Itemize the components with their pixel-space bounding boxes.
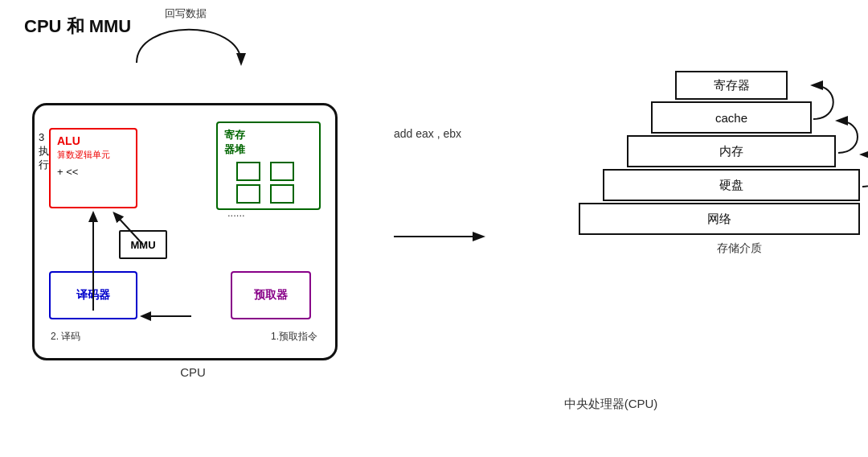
alu-ops: + <<	[57, 166, 78, 178]
tier-memory: 内存	[627, 135, 836, 167]
reg-dots: ......	[224, 207, 245, 219]
cpu-outer-box: 3 执 行 ALU 算数逻辑单元 + << 寄存 器堆 ......	[32, 103, 338, 360]
reg-cell-4	[270, 184, 294, 204]
svg-text:回写数据: 回写数据	[165, 7, 207, 19]
tier-network: 网络	[579, 203, 860, 235]
tier-cache: cache	[651, 101, 812, 134]
mmu-box: MMU	[119, 230, 167, 259]
memory-hierarchy: 寄存器 cache 内存	[530, 55, 868, 379]
reg-cell-2	[270, 162, 294, 181]
writeback-arrow: 回写数据	[32, 10, 338, 67]
prefetch-box: 预取器	[231, 271, 311, 319]
tier-disk: 硬盘	[603, 169, 860, 201]
tier-registers: 寄存器	[675, 71, 788, 100]
reg-cell-1	[236, 162, 260, 181]
cpu-diagram: 回写数据 3 执 行 ALU 算数逻辑单元 + << 寄存 器堆	[24, 55, 362, 379]
bottom-center-label: 中央处理器(CPU)	[354, 397, 868, 412]
reg-title2: 器堆	[224, 142, 245, 157]
register-box: 寄存 器堆 ......	[216, 121, 321, 210]
alu-box: ALU 算数逻辑单元 + <<	[49, 128, 137, 208]
alu-title: ALU	[57, 134, 80, 147]
mmu-label: MMU	[130, 239, 155, 251]
reg-title: 寄存	[224, 128, 245, 142]
decoder-step-label: 2. 译码	[51, 330, 80, 344]
alu-subtitle: 算数逻辑单元	[57, 149, 110, 161]
reg-grid	[236, 162, 301, 204]
storage-label: 存储介质	[579, 241, 868, 256]
decoder-box: 译码器	[49, 271, 137, 319]
instruction-label: add eax , ebx	[394, 127, 498, 140]
cpu-to-mem-arrow	[394, 228, 490, 245]
cpu-section-label: CPU	[24, 365, 362, 379]
reg-cell-3	[236, 184, 260, 204]
decoder-title: 译码器	[76, 288, 110, 303]
prefetch-title: 预取器	[254, 288, 288, 303]
step3-label: 3 执 行	[39, 131, 49, 172]
prefetch-step-label: 1.预取指令	[271, 330, 317, 344]
